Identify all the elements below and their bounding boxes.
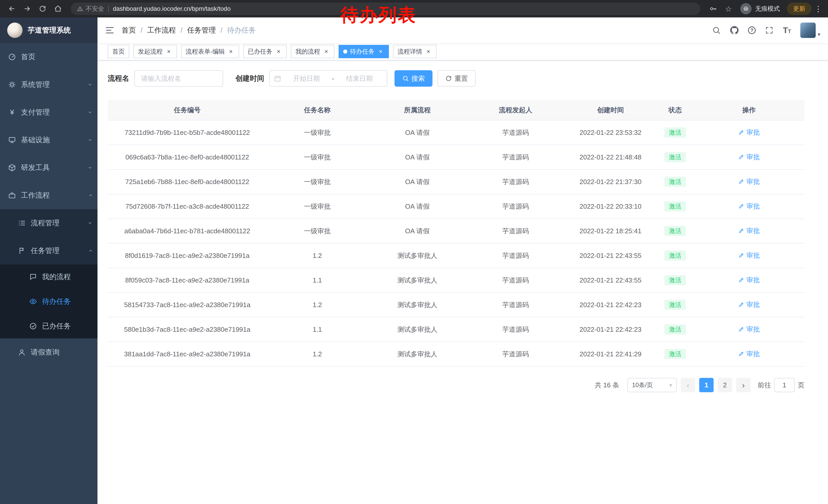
tab-done-tasks[interactable]: 已办任务 <box>243 45 287 58</box>
update-button[interactable]: 更新 <box>787 3 812 15</box>
close-icon[interactable] <box>165 48 172 55</box>
sidebar-item-leave-query[interactable]: 请假查询 <box>0 338 97 366</box>
browser-menu-icon[interactable] <box>814 4 823 13</box>
sidebar-item-workflow[interactable]: 工作流程 › <box>0 182 97 209</box>
github-icon[interactable] <box>730 26 739 35</box>
address-divider <box>108 6 109 12</box>
cell-initiator: 芋道源码 <box>467 276 564 285</box>
top-navbar: 首页 / 工作流程 / 任务管理 / 待办任务 <box>97 17 828 43</box>
home-icon[interactable] <box>51 2 65 15</box>
close-icon[interactable] <box>377 48 384 55</box>
user-avatar[interactable] <box>800 22 820 38</box>
approve-link[interactable]: 审批 <box>738 251 760 260</box>
prev-page-button[interactable] <box>681 378 695 392</box>
approve-link[interactable]: 审批 <box>738 202 760 211</box>
tab-process-form-edit[interactable]: 流程表单-编辑 <box>181 45 239 58</box>
approve-label: 审批 <box>746 350 760 358</box>
sidebar-item-process-management[interactable]: 流程管理 › <box>0 209 97 237</box>
page-button-1[interactable]: 1 <box>699 378 714 392</box>
tab-process-detail[interactable]: 流程详情 <box>393 45 437 58</box>
sidebar-item-label: 研发工具 <box>21 163 50 173</box>
sidebar-item-my-process[interactable]: 我的流程 <box>0 265 97 289</box>
approve-link[interactable]: 审批 <box>738 128 760 137</box>
cell-actions: 审批 <box>694 350 804 359</box>
cell-task-name: 一级审批 <box>267 177 368 186</box>
sidebar-item-todo-tasks[interactable]: 待办任务 <box>0 289 97 314</box>
reset-button[interactable]: 重置 <box>438 70 475 87</box>
bookmark-star-icon[interactable] <box>722 2 735 15</box>
yen-icon: ¥ <box>8 108 16 117</box>
approve-link[interactable]: 审批 <box>738 300 760 309</box>
table-row: 381aa1dd-7ac8-11ec-a9e2-a2380e71991a 1.2… <box>108 342 804 367</box>
status-badge: 激活 <box>664 324 686 334</box>
sidebar-item-infrastructure[interactable]: 基础设施 › <box>0 126 97 154</box>
search-button[interactable]: 搜索 <box>395 70 432 87</box>
app-title: 芋道管理系统 <box>28 26 71 35</box>
approve-link[interactable]: 审批 <box>738 276 760 284</box>
next-page-button[interactable] <box>736 378 750 392</box>
password-key-icon[interactable] <box>706 2 720 15</box>
cell-task-id: 8f0d1619-7ac8-11ec-a9e2-a2380e71991a <box>108 252 267 260</box>
sidebar-item-dev-tools[interactable]: 研发工具 › <box>0 154 97 182</box>
cell-actions: 审批 <box>694 128 804 137</box>
tab-initiate-process[interactable]: 发起流程 <box>133 45 177 58</box>
goto-page-input[interactable] <box>774 378 795 392</box>
tab-home[interactable]: 首页 <box>108 45 129 58</box>
refresh-icon[interactable] <box>36 2 49 15</box>
close-icon[interactable] <box>323 48 330 55</box>
approve-link[interactable]: 审批 <box>738 325 760 334</box>
approve-link[interactable]: 审批 <box>738 226 760 235</box>
help-icon[interactable] <box>748 27 756 34</box>
sidebar-item-done-tasks[interactable]: 已办任务 <box>0 314 97 338</box>
cell-task-name: 1.2 <box>267 350 368 358</box>
breadcrumb-item[interactable]: 工作流程 <box>147 26 176 35</box>
sidebar-item-payment[interactable]: ¥ 支付管理 › <box>0 98 97 126</box>
close-icon[interactable] <box>425 48 432 55</box>
approve-link[interactable]: 审批 <box>738 177 760 186</box>
sidebar-item-home[interactable]: 首页 <box>0 43 97 71</box>
status-badge: 激活 <box>664 152 686 162</box>
tab-label: 发起流程 <box>138 47 163 56</box>
cell-actions: 审批 <box>694 300 804 310</box>
tab-my-process[interactable]: 我的流程 <box>291 45 334 58</box>
cell-status: 激活 <box>657 275 694 285</box>
breadcrumb-item[interactable]: 任务管理 <box>187 26 216 35</box>
edit-pen-icon <box>738 351 744 357</box>
approve-link[interactable]: 审批 <box>738 152 760 162</box>
monitor-icon <box>8 136 16 144</box>
sidebar-toggle-icon[interactable] <box>105 26 114 35</box>
status-badge: 激活 <box>664 177 686 187</box>
fullscreen-icon[interactable] <box>765 26 774 35</box>
browser-chrome: 不安全 dashboard.yudao.iocoder.cn/bpm/task/… <box>0 0 828 17</box>
table-row: 069c6a63-7b8a-11ec-8ef0-acde48001122 一级审… <box>108 145 804 170</box>
sidebar-item-task-management[interactable]: 任务管理 › <box>0 237 97 265</box>
forward-icon[interactable] <box>20 2 34 15</box>
incognito-label: 无痕模式 <box>755 5 780 13</box>
close-icon[interactable] <box>227 48 235 55</box>
search-button-label: 搜索 <box>411 74 425 83</box>
approve-label: 审批 <box>746 152 760 162</box>
sidebar-item-system[interactable]: 系统管理 › <box>0 71 97 98</box>
cell-process: OA 请假 <box>368 202 467 211</box>
font-size-icon[interactable] <box>783 26 791 35</box>
approve-link[interactable]: 审批 <box>738 350 760 358</box>
table-row: 58154733-7ac8-11ec-a9e2-a2380e71991a 1.2… <box>108 293 804 317</box>
back-icon[interactable] <box>5 2 18 15</box>
cell-create-time: 2022-01-22 20:33:10 <box>564 202 657 211</box>
workflow-submenu: 流程管理 › 任务管理 › 我的流程 待办任务 <box>0 209 97 338</box>
breadcrumb-item[interactable]: 首页 <box>122 26 136 35</box>
date-range-picker[interactable]: 开始日期 - 结束日期 <box>269 70 387 87</box>
close-icon[interactable] <box>275 48 282 55</box>
page-size-select[interactable]: 10条/页 <box>627 378 677 392</box>
edit-pen-icon <box>738 154 744 160</box>
tab-todo-tasks[interactable]: 待办任务 <box>339 45 389 58</box>
address-bar[interactable]: 不安全 dashboard.yudao.iocoder.cn/bpm/task/… <box>71 3 700 15</box>
table-row: a6aba0a4-7b6d-11ec-b781-acde48001122 一级审… <box>108 219 804 243</box>
cell-task-name: 1.2 <box>267 252 368 260</box>
security-warning[interactable]: 不安全 <box>77 5 104 13</box>
page-button-2[interactable]: 2 <box>718 378 732 392</box>
chevron-down-icon: › <box>87 167 94 169</box>
search-icon[interactable] <box>712 26 721 35</box>
status-badge: 激活 <box>664 250 686 261</box>
process-name-input[interactable] <box>134 70 223 87</box>
